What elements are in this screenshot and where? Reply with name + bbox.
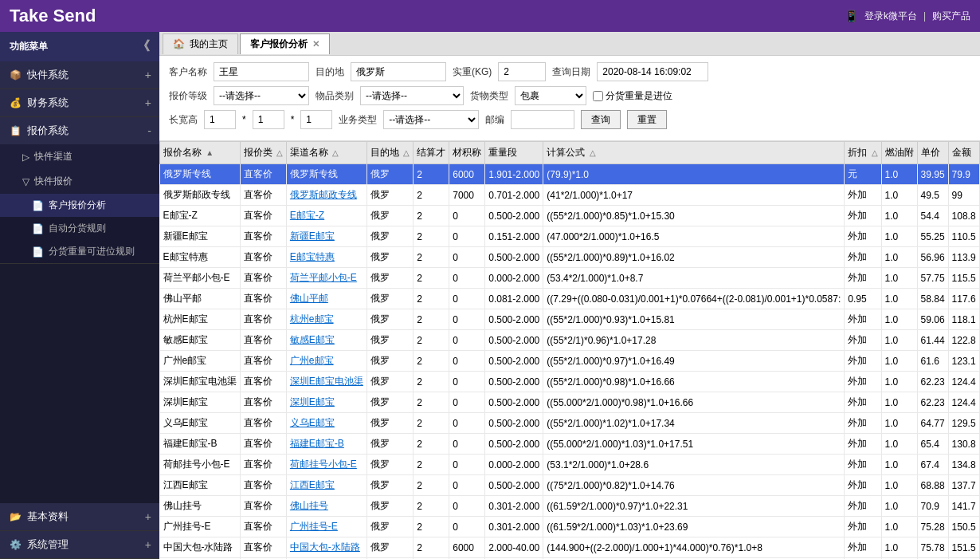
customer-name-input[interactable]	[214, 62, 309, 81]
table-row[interactable]: 广州e邮宝直客价广州e邮宝俄罗200.500-2.000((55*2/1.000…	[160, 351, 981, 372]
table-cell[interactable]: 义乌E邮宝	[286, 413, 367, 434]
query-date-input[interactable]	[597, 62, 708, 81]
weight-input[interactable]	[498, 62, 546, 81]
col-name[interactable]: 报价名称 ▲	[160, 142, 241, 164]
table-cell[interactable]: 广州挂号-E	[286, 517, 367, 537]
table-cell: 7000	[449, 185, 485, 206]
table-cell[interactable]: 荷邮挂号小包-E	[286, 455, 367, 475]
sidebar-item-quickquote[interactable]: ▽ 快件报价	[0, 169, 159, 194]
table-cell[interactable]: 深圳E邮宝电池渠	[286, 372, 367, 392]
sidebar-item-sysadmin[interactable]: ⚙️ 系统管理 +	[0, 531, 159, 558]
cargo-type-select[interactable]: 包裹	[515, 86, 586, 105]
destination-input[interactable]	[351, 62, 446, 81]
table-cell[interactable]: E邮宝-Z	[286, 206, 367, 226]
table-row[interactable]: 义乌E邮宝直客价义乌E邮宝俄罗200.500-2.000((55*2/1.000…	[160, 413, 981, 434]
sidebar-item-auto-split[interactable]: 📄 自动分货规则	[0, 217, 159, 240]
table-cell: 2	[414, 537, 449, 558]
reset-button[interactable]: 重置	[627, 110, 667, 129]
table-cell[interactable]: 俄罗斯专线	[286, 164, 367, 185]
table-cell: 56.96	[917, 247, 948, 268]
sidebar-item-quote[interactable]: 📋 报价系统 -	[0, 117, 159, 144]
table-cell: 2	[414, 226, 449, 247]
table-cell: 外加	[845, 392, 881, 413]
table-cell[interactable]: 福建E邮宝-B	[286, 434, 367, 455]
quote-table: 报价名称 ▲ 报价类 △ 渠道名称 △ 目的地 △ 结算才 材积称 重量段 计算…	[159, 141, 980, 559]
col-discount[interactable]: 折扣 △	[845, 142, 881, 164]
width-input[interactable]	[253, 110, 284, 129]
sidebar-item-customer-analysis[interactable]: 📄 客户报价分析	[0, 194, 159, 217]
table-row[interactable]: 俄罗斯专线直客价俄罗斯专线俄罗260001.901-2.000(79.9)*1.…	[160, 164, 981, 185]
table-cell[interactable]: 深圳E邮宝	[286, 392, 367, 413]
table-cell[interactable]: 佛山挂号	[286, 496, 367, 517]
table-cell: 俄罗	[367, 537, 413, 558]
table-row[interactable]: 佛山挂号直客价佛山挂号俄罗200.301-2.000((61.59*2/1.00…	[160, 496, 981, 517]
table-row[interactable]: 杭州E邮宝直客价杭州e邮宝俄罗200.500-2.000((55*2/1.000…	[160, 309, 981, 330]
table-row[interactable]: 荷邮挂号小包-E直客价荷邮挂号小包-E俄罗200.000-2.000(53.1*…	[160, 455, 981, 475]
quickquote-label: 快件报价	[34, 175, 73, 188]
table-cell: 俄罗	[367, 268, 413, 289]
table-row[interactable]: E邮宝特惠直客价E邮宝特惠俄罗200.500-2.000((55*2/1.000…	[160, 247, 981, 268]
table-cell: 直客价	[240, 372, 286, 392]
table-cell: 122.8	[948, 330, 979, 351]
tab-home[interactable]: 🏠 我的主页	[163, 33, 238, 54]
col-dest[interactable]: 目的地 △	[367, 142, 413, 164]
sidebar-sub-quote: ▷ 快件渠道 ▽ 快件报价 📄 客户报价分析 📄 自动分货规则	[0, 144, 159, 263]
table-cell[interactable]: 敏感E邮宝	[286, 330, 367, 351]
wechat-icon: 📱	[845, 10, 858, 22]
business-type-select[interactable]: --请选择--	[383, 110, 479, 129]
table-cell[interactable]: E邮宝特惠	[286, 247, 367, 268]
col-formula[interactable]: 计算公式 △	[543, 142, 845, 164]
table-row[interactable]: 中国大包-水陆路直客价中国大包-水陆路俄罗260002.000-40.00(14…	[160, 537, 981, 558]
table-cell[interactable]: 江西E邮宝	[286, 475, 367, 496]
sidebar-section-sysadmin: ⚙️ 系统管理 +	[0, 531, 159, 559]
buy-link[interactable]: 购买产品	[932, 10, 970, 23]
table-cell: 0	[449, 309, 485, 330]
table-cell[interactable]: 新疆E邮宝	[286, 226, 367, 247]
table-cell: ((61.59*2/1.000)*1.03)*1.0+23.69	[543, 517, 845, 537]
table-cell: 118.1	[948, 309, 979, 330]
quote-level-select[interactable]: --请选择--	[214, 86, 309, 105]
table-row[interactable]: 江西E邮宝直客价江西E邮宝俄罗200.500-2.000((75*2/1.000…	[160, 475, 981, 496]
split-weight-checkbox[interactable]	[593, 91, 603, 101]
table-row[interactable]: 佛山平邮直客价佛山平邮俄罗200.081-2.000((7.29+((0.080…	[160, 289, 981, 309]
table-cell[interactable]: 中国大包-水陆路	[286, 537, 367, 558]
table-cell: 俄罗	[367, 289, 413, 309]
table-row[interactable]: 深圳E邮宝电池渠直客价深圳E邮宝电池渠俄罗200.500-2.000((55*2…	[160, 372, 981, 392]
table-cell[interactable]: 佛山平邮	[286, 289, 367, 309]
channel-label: 快件渠道	[34, 150, 73, 163]
table-row[interactable]: 新疆E邮宝直客价新疆E邮宝俄罗200.151-2.000(47.000*2/1.…	[160, 226, 981, 247]
sidebar-item-basic[interactable]: 📂 基本资料 +	[0, 503, 159, 530]
sidebar-item-channel[interactable]: ▷ 快件渠道	[0, 144, 159, 169]
table-cell[interactable]: 俄罗斯邮政专线	[286, 185, 367, 206]
table-row[interactable]: 深圳E邮宝直客价深圳E邮宝俄罗200.500-2.000((55.000*2/1…	[160, 392, 981, 413]
postal-code-label: 邮编	[485, 113, 504, 127]
sidebar-collapse-btn[interactable]: 《	[137, 38, 150, 55]
sidebar-item-express[interactable]: 📦 快件系统 +	[0, 61, 159, 89]
table-cell: 0.151-2.000	[485, 226, 543, 247]
table-row[interactable]: 广州挂号-E直客价广州挂号-E俄罗200.301-2.000((61.59*2/…	[160, 517, 981, 537]
goods-type-select[interactable]: --请选择--	[360, 86, 464, 105]
tab-customer-analysis[interactable]: 客户报价分析 ✕	[240, 33, 330, 54]
table-row[interactable]: 敏感E邮宝直客价敏感E邮宝俄罗200.500-2.000((55*2/1)*0.…	[160, 330, 981, 351]
postal-code-input[interactable]	[511, 110, 574, 129]
table-cell: 134.8	[948, 455, 979, 475]
table-cell: 115.5	[948, 268, 979, 289]
length-input[interactable]	[204, 110, 236, 129]
login-link[interactable]: 登录k微平台	[864, 10, 917, 23]
table-cell[interactable]: 广州e邮宝	[286, 351, 367, 372]
col-quote-type[interactable]: 报价类 △	[240, 142, 286, 164]
table-row[interactable]: 俄罗斯邮政专线直客价俄罗斯邮政专线俄罗270000.701-2.000(41*2…	[160, 185, 981, 206]
col-channel[interactable]: 渠道名称 △	[286, 142, 367, 164]
table-row[interactable]: E邮宝-Z直客价E邮宝-Z俄罗200.500-2.000((55*2/1.000…	[160, 206, 981, 226]
height-input[interactable]	[300, 110, 332, 129]
table-row[interactable]: 福建E邮宝-B直客价福建E邮宝-B俄罗200.500-2.000((55.000…	[160, 434, 981, 455]
sidebar-item-finance[interactable]: 💰 财务系统 +	[0, 89, 159, 116]
query-button[interactable]: 查询	[581, 110, 621, 129]
sidebar-item-split-weight[interactable]: 📄 分货重量可进位规则	[0, 240, 159, 263]
table-row[interactable]: 荷兰平邮小包-E直客价荷兰平邮小包-E俄罗200.000-2.000(53.4*…	[160, 268, 981, 289]
table-cell: 外加	[845, 351, 881, 372]
table-cell[interactable]: 杭州e邮宝	[286, 309, 367, 330]
table-cell[interactable]: 荷兰平邮小包-E	[286, 268, 367, 289]
tab-close-btn[interactable]: ✕	[312, 39, 319, 49]
form-row-3: 长宽高 * * 业务类型 --请选择-- 邮编 查询 重置	[169, 110, 970, 129]
